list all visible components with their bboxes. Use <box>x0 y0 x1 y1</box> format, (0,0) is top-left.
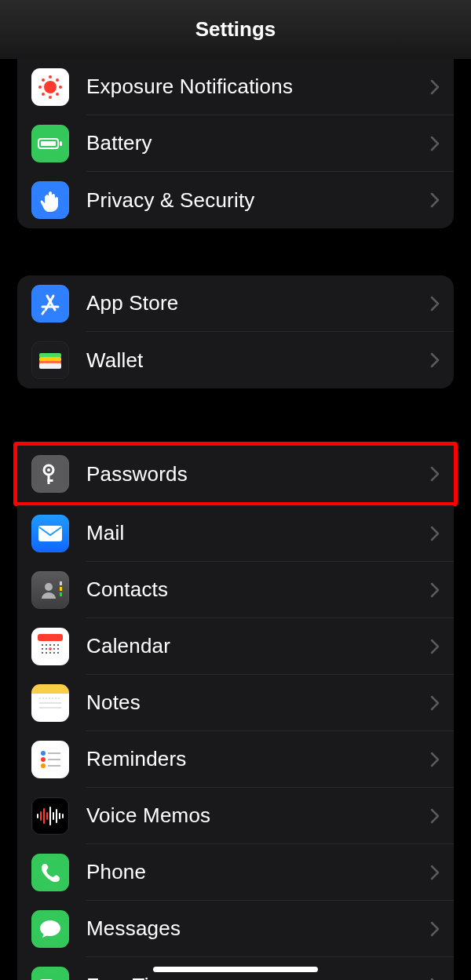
phone-icon <box>31 854 69 891</box>
header: Settings <box>0 0 471 59</box>
svg-point-26 <box>45 583 53 591</box>
row-label: Mail <box>86 521 124 545</box>
svg-line-16 <box>42 311 44 314</box>
calendar-icon <box>31 628 69 665</box>
svg-point-41 <box>57 648 59 650</box>
chevron-right-icon <box>430 752 440 767</box>
svg-rect-29 <box>60 592 62 596</box>
svg-point-50 <box>41 751 46 756</box>
svg-point-45 <box>53 652 55 654</box>
page-title: Settings <box>195 17 276 42</box>
chevron-right-icon <box>430 79 440 95</box>
svg-point-38 <box>46 648 47 650</box>
svg-point-37 <box>42 648 43 650</box>
svg-point-7 <box>42 93 45 96</box>
svg-point-43 <box>46 652 47 654</box>
contacts-icon <box>31 571 69 609</box>
svg-point-4 <box>59 86 62 89</box>
row-label: Privacy & Security <box>86 188 255 213</box>
svg-point-5 <box>42 78 45 82</box>
svg-point-35 <box>53 644 55 646</box>
row-wallet[interactable]: Wallet <box>17 332 454 388</box>
chevron-right-icon <box>430 921 440 937</box>
row-app-store[interactable]: App Store <box>17 275 454 332</box>
chevron-right-icon <box>430 466 440 482</box>
key-icon <box>31 455 69 493</box>
svg-point-8 <box>56 93 59 96</box>
chevron-right-icon <box>430 526 440 541</box>
row-label: Contacts <box>86 577 168 602</box>
row-label: FaceTime <box>86 974 177 981</box>
row-battery[interactable]: Battery <box>17 115 454 172</box>
chevron-right-icon <box>430 639 440 654</box>
row-label: Exposure Notifications <box>86 75 293 99</box>
svg-point-46 <box>57 652 59 654</box>
svg-point-51 <box>41 757 46 762</box>
settings-group-user-top: Passwords <box>17 446 454 502</box>
mail-icon <box>31 515 69 552</box>
facetime-icon <box>31 967 69 980</box>
hand-icon <box>31 181 69 219</box>
row-label: Wallet <box>86 348 143 373</box>
row-label: Phone <box>86 860 146 884</box>
row-reminders[interactable]: Reminders <box>17 731 454 788</box>
svg-point-34 <box>49 644 51 646</box>
svg-point-6 <box>56 78 59 82</box>
svg-point-22 <box>47 468 50 472</box>
settings-group-apps: App Store Wallet <box>17 275 454 388</box>
chevron-right-icon <box>430 136 440 151</box>
svg-point-44 <box>49 652 51 654</box>
row-label: Notes <box>86 690 141 715</box>
row-contacts[interactable]: Contacts <box>17 562 454 618</box>
svg-point-52 <box>41 763 46 768</box>
settings-scroll[interactable]: Exposure Notifications Battery Privacy &… <box>0 59 471 980</box>
row-label: Calendar <box>86 634 170 658</box>
row-label: Voice Memos <box>86 803 210 828</box>
svg-point-0 <box>44 81 57 93</box>
app-store-icon <box>31 285 69 322</box>
svg-rect-30 <box>38 634 63 641</box>
wallet-icon <box>31 341 69 379</box>
battery-icon <box>31 125 69 162</box>
row-label: Battery <box>86 131 152 155</box>
row-privacy-security[interactable]: Privacy & Security <box>17 172 454 228</box>
row-label: Passwords <box>86 462 188 486</box>
row-calendar[interactable]: Calendar <box>17 618 454 675</box>
svg-rect-28 <box>60 587 62 591</box>
chevron-right-icon <box>430 296 440 311</box>
svg-point-36 <box>57 644 59 646</box>
svg-rect-10 <box>41 141 56 146</box>
chevron-right-icon <box>430 192 440 208</box>
chevron-right-icon <box>430 808 440 824</box>
settings-group-system: Exposure Notifications Battery Privacy &… <box>17 59 454 228</box>
svg-rect-25 <box>38 526 62 541</box>
row-exposure-notifications[interactable]: Exposure Notifications <box>17 59 454 115</box>
svg-point-2 <box>49 96 52 99</box>
row-passwords[interactable]: Passwords <box>17 446 454 502</box>
row-phone[interactable]: Phone <box>17 844 454 901</box>
row-label: Messages <box>86 916 181 941</box>
chevron-right-icon <box>430 865 440 880</box>
row-voice-memos[interactable]: Voice Memos <box>17 788 454 844</box>
row-mail[interactable]: Mail <box>17 505 454 562</box>
svg-point-33 <box>46 644 47 646</box>
svg-point-3 <box>38 86 42 89</box>
svg-point-32 <box>42 644 43 646</box>
chevron-right-icon <box>430 695 440 711</box>
settings-group-user: Mail Contacts Calendar <box>17 505 454 980</box>
row-label: App Store <box>86 291 178 315</box>
chevron-right-icon <box>430 582 440 598</box>
row-notes[interactable]: Notes <box>17 675 454 731</box>
svg-rect-20 <box>39 363 61 369</box>
exposure-notifications-icon <box>31 68 69 106</box>
row-messages[interactable]: Messages <box>17 901 454 957</box>
notes-icon <box>31 684 69 722</box>
reminders-icon <box>31 741 69 778</box>
svg-rect-24 <box>48 479 53 482</box>
svg-point-1 <box>49 75 52 78</box>
svg-rect-23 <box>48 474 50 484</box>
home-indicator[interactable] <box>153 967 318 972</box>
svg-point-39 <box>49 647 52 650</box>
row-label: Reminders <box>86 747 187 771</box>
highlight-passwords: Passwords <box>13 442 458 506</box>
